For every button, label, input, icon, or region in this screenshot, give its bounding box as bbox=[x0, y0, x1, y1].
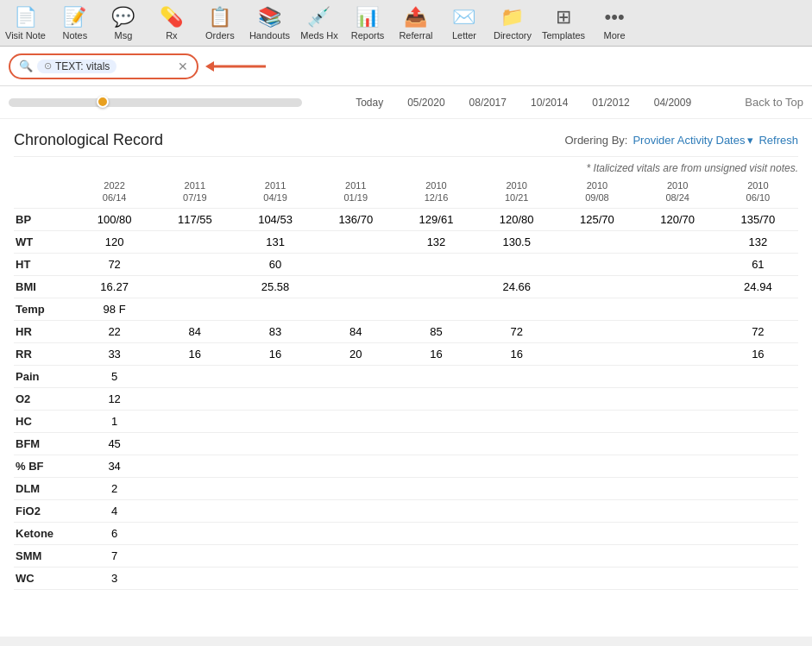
vital-value bbox=[557, 275, 637, 298]
toolbar-btn-orders[interactable]: 📋Orders bbox=[196, 3, 244, 44]
vital-value: 16 bbox=[718, 342, 798, 365]
toolbar-btn-handouts[interactable]: 📚Handouts bbox=[244, 3, 295, 44]
table-row: DLM2 bbox=[14, 477, 798, 499]
italics-note: * Italicized vitals are from unsigned vi… bbox=[14, 157, 798, 176]
table-row: Pain5 bbox=[14, 365, 798, 387]
search-tag-text: TEXT: vitals bbox=[55, 60, 110, 72]
toolbar-btn-more[interactable]: •••More bbox=[590, 3, 639, 44]
vital-value bbox=[638, 410, 718, 432]
vital-value: 129/61 bbox=[396, 208, 476, 230]
record-header: Chronological Record Ordering By: Provid… bbox=[14, 119, 798, 157]
vital-label: Temp bbox=[14, 298, 74, 320]
vital-value bbox=[476, 499, 557, 522]
vital-label: Ketone bbox=[14, 522, 74, 544]
table-row: BFM45 bbox=[14, 432, 798, 455]
vital-value: 132 bbox=[718, 230, 798, 253]
date-column-header: 201009/08 bbox=[557, 176, 637, 208]
vital-value bbox=[557, 567, 637, 589]
back-to-top-button[interactable]: Back to Top bbox=[745, 96, 803, 109]
vital-value bbox=[718, 499, 798, 522]
reports-label: Reports bbox=[351, 30, 385, 41]
vital-value: 72 bbox=[476, 320, 557, 342]
templates-label: Templates bbox=[542, 30, 585, 41]
toolbar-btn-letter[interactable]: ✉️Letter bbox=[440, 3, 488, 44]
msg-icon: 💬 bbox=[111, 6, 135, 28]
search-clear-button[interactable]: ✕ bbox=[178, 60, 188, 73]
timeline-handle[interactable] bbox=[97, 96, 109, 108]
date-column-header: 201006/10 bbox=[718, 176, 798, 208]
date-column-header: 201012/16 bbox=[396, 176, 476, 208]
table-row: Ketone6 bbox=[14, 522, 798, 544]
table-row: % BF34 bbox=[14, 455, 798, 477]
vital-value bbox=[476, 387, 557, 410]
table-row: BMI16.2725.5824.6624.94 bbox=[14, 275, 798, 298]
toolbar-btn-referral[interactable]: 📤Referral bbox=[392, 3, 440, 44]
toolbar-btn-directory[interactable]: 📁Directory bbox=[488, 3, 537, 44]
vital-value: 120/80 bbox=[476, 208, 557, 230]
vital-value: 4 bbox=[74, 499, 154, 522]
search-arrow bbox=[205, 56, 274, 77]
notes-icon: 📝 bbox=[63, 6, 86, 28]
vital-value bbox=[316, 298, 396, 320]
toolbar-btn-rx[interactable]: 💊Rx bbox=[148, 3, 196, 44]
vital-value bbox=[235, 477, 315, 499]
vital-value bbox=[154, 298, 235, 320]
vital-value: 6 bbox=[74, 522, 154, 544]
record-title: Chronological Record bbox=[14, 131, 163, 149]
ordering-value-link[interactable]: Provider Activity Dates ▾ bbox=[633, 134, 753, 147]
vital-value bbox=[396, 365, 476, 387]
vital-value bbox=[154, 410, 235, 432]
vital-value bbox=[638, 432, 718, 455]
table-row: WT120131132130.5132 bbox=[14, 230, 798, 253]
vital-value bbox=[154, 544, 235, 567]
toolbar-btn-meds-hx[interactable]: 💉Meds Hx bbox=[295, 3, 343, 44]
toolbar-btn-visit-note[interactable]: 📄Visit Note bbox=[0, 3, 51, 44]
vital-label: WT bbox=[14, 230, 74, 253]
toolbar-btn-templates[interactable]: ⊞Templates bbox=[537, 3, 590, 44]
vital-value: 120 bbox=[74, 230, 154, 253]
search-bar-row: 🔍 ⊙ TEXT: vitals ✕ bbox=[0, 47, 812, 86]
vital-value bbox=[396, 522, 476, 544]
vital-value bbox=[476, 567, 557, 589]
vital-value bbox=[638, 387, 718, 410]
vital-label: RR bbox=[14, 342, 74, 365]
vital-value bbox=[718, 387, 798, 410]
letter-icon: ✉️ bbox=[452, 6, 475, 28]
vital-label: BFM bbox=[14, 432, 74, 455]
vital-value: 16 bbox=[235, 342, 315, 365]
table-row: WC3 bbox=[14, 567, 798, 589]
vitals-table: 202206/14201107/19201104/19201101/192010… bbox=[14, 176, 798, 590]
timeline-date: 10/2014 bbox=[531, 97, 568, 109]
vital-value bbox=[316, 365, 396, 387]
vital-value: 84 bbox=[154, 320, 235, 342]
vital-value: 34 bbox=[74, 455, 154, 477]
vital-value: 98 F bbox=[74, 298, 154, 320]
toolbar-btn-reports[interactable]: 📊Reports bbox=[343, 3, 392, 44]
vital-value bbox=[557, 253, 637, 275]
vital-value: 16 bbox=[396, 342, 476, 365]
vital-value bbox=[638, 365, 718, 387]
timeline-slider[interactable] bbox=[9, 98, 302, 107]
date-column-header: 201101/19 bbox=[316, 176, 396, 208]
vital-value bbox=[235, 522, 315, 544]
search-box[interactable]: 🔍 ⊙ TEXT: vitals ✕ bbox=[9, 53, 198, 79]
vital-value bbox=[476, 365, 557, 387]
refresh-button[interactable]: Refresh bbox=[758, 134, 798, 147]
vital-value bbox=[396, 455, 476, 477]
search-tag: ⊙ TEXT: vitals bbox=[37, 60, 116, 73]
date-column-header: 202206/14 bbox=[74, 176, 154, 208]
vital-value bbox=[154, 230, 235, 253]
vital-value: 25.58 bbox=[235, 275, 315, 298]
date-column-header: 201010/21 bbox=[476, 176, 557, 208]
timeline-dates: Today05/202008/201710/201401/201204/2009 bbox=[312, 97, 734, 109]
vital-value bbox=[718, 410, 798, 432]
vital-value bbox=[154, 499, 235, 522]
vital-value bbox=[396, 567, 476, 589]
toolbar-btn-msg[interactable]: 💬Msg bbox=[99, 3, 148, 44]
vital-value: 100/80 bbox=[74, 208, 154, 230]
vital-value bbox=[557, 342, 637, 365]
toolbar: 📄Visit Note📝Notes💬Msg💊Rx📋Orders📚Handouts… bbox=[0, 0, 812, 47]
toolbar-btn-notes[interactable]: 📝Notes bbox=[51, 3, 99, 44]
vital-value bbox=[235, 432, 315, 455]
vital-value bbox=[316, 567, 396, 589]
